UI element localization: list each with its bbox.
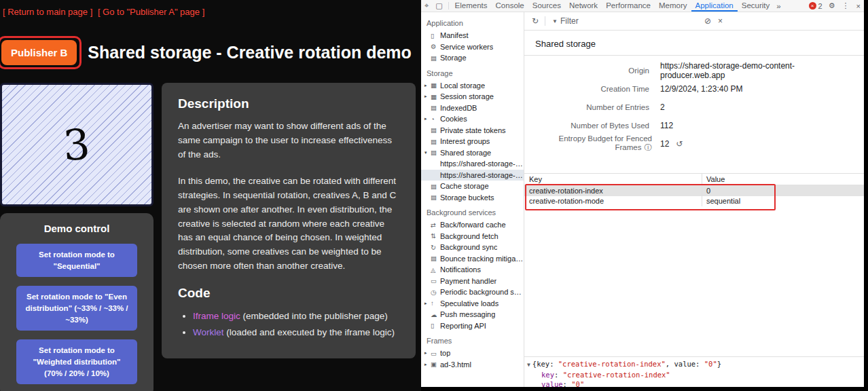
preview-text: value	[674, 360, 695, 368]
devtools-tab[interactable]: Sources	[528, 0, 565, 12]
sidebar-item[interactable]: ▤ Storage buckets	[421, 192, 524, 204]
preview-string: "creative-rotation-index"	[558, 360, 666, 368]
sidebar-item[interactable]: ▤ Interest groups	[421, 136, 524, 147]
iframe-logic-link[interactable]: Iframe logic	[193, 311, 240, 321]
sidebar-item[interactable]: ◷ Periodic background s…	[421, 286, 524, 298]
sidebar-item[interactable]: ▸ ▭ top	[421, 348, 524, 359]
refresh-icon[interactable]: ↻	[528, 16, 542, 26]
publisher-a-page-link[interactable]: [ Go to "Publisher A" page ]	[98, 7, 204, 17]
sidebar-item[interactable]: ▤ Bounce tracking mitiga…	[421, 253, 524, 265]
devtools-tab[interactable]: Performance	[602, 0, 655, 12]
filter-input[interactable]	[559, 16, 701, 26]
devtools-tab[interactable]: Network	[565, 0, 602, 12]
column-header-key[interactable]: Key	[524, 174, 702, 185]
devtools-tab[interactable]: Memory	[655, 0, 691, 12]
close-devtools-icon[interactable]: ×	[853, 2, 864, 10]
sidebar-item[interactable]: ▤ IndexedDB	[421, 103, 524, 114]
devtools-tab[interactable]: Application	[691, 0, 738, 12]
sidebar-item[interactable]: ▾ ▤ Shared storage	[421, 147, 524, 159]
metadata-label: Number of Entries	[524, 103, 652, 111]
sidebar-item[interactable]: ▯ Reporting API	[421, 320, 524, 332]
sidebar-item-label: Speculative loads	[440, 299, 499, 308]
list-item-text: (loaded and executed by the iframe logic…	[224, 327, 395, 337]
metadata-value: 2	[660, 103, 672, 112]
sidebar-item[interactable]: ⚙ Service workers	[421, 41, 524, 53]
sidebar-item[interactable]: ◬ Notifications	[421, 264, 524, 276]
periodic-background-sync-icon: ◷	[431, 288, 440, 296]
sidebar-item[interactable]: https://shared-storage-d…	[421, 158, 524, 170]
publisher-b-button[interactable]: Publisher B	[1, 40, 77, 65]
code-heading: Code	[178, 286, 399, 301]
database-icon: ▤	[431, 138, 440, 145]
table-icon: ▦	[431, 93, 440, 100]
inspect-element-icon[interactable]: ⌖	[421, 1, 432, 10]
sidebar-item-label: https://shared-storage-d…	[440, 171, 524, 179]
sidebar-item-label: Payment handler	[440, 277, 496, 285]
sidebar-item[interactable]: ▸ ▦ Local storage	[421, 80, 524, 92]
devtools-tab[interactable]: Elements	[451, 0, 492, 12]
expand-caret-icon[interactable]: ▼	[527, 362, 530, 368]
devtools-tab[interactable]: Security	[738, 0, 774, 12]
sidebar-item[interactable]: ⇅ Background fetch	[421, 231, 524, 242]
table-cell-value: 0	[702, 185, 864, 196]
device-toolbar-icon[interactable]: ▢	[432, 1, 446, 10]
application-sidebar: Application ▯ Manifest ⚙ Service wo	[421, 12, 524, 387]
sidebar-item[interactable]: ▭ Payment handler	[421, 276, 524, 287]
service-worker-icon: ⚙	[431, 43, 440, 50]
list-item-text: (embedded into the publisher page)	[240, 311, 388, 321]
rotation-mode-button[interactable]: Set rotation mode to "Weighted distribut…	[16, 339, 137, 384]
sidebar-item[interactable]: ▤ Storage	[421, 52, 524, 64]
storage-icon: ▤	[431, 54, 440, 62]
worklet-link[interactable]: Worklet	[193, 327, 224, 337]
table-row[interactable]: creative-rotation-index 0	[524, 185, 864, 196]
sidebar-item[interactable]: ▸ ▦ Session storage	[421, 91, 524, 103]
delete-selected-icon[interactable]: ×	[715, 16, 726, 26]
error-count-badge[interactable]: × 2	[806, 2, 825, 10]
settings-gear-icon[interactable]: ⚙	[825, 1, 839, 10]
sidebar-section-header: Background services	[421, 203, 524, 219]
rotation-mode-button[interactable]: Set rotation mode to "Sequential"	[16, 244, 137, 277]
sidebar-item[interactable]: ▸ ▣ ad-3.html	[421, 359, 524, 371]
table-header-row[interactable]: Key Value	[524, 173, 864, 185]
clear-all-icon[interactable]: ⊘	[701, 16, 715, 26]
sidebar-item-label: Storage buckets	[440, 193, 494, 202]
rotation-mode-button[interactable]: Set rotation mode to "Even distribution"…	[16, 286, 137, 331]
preview-text: :	[554, 371, 563, 379]
kebab-menu-icon[interactable]: ⋮	[839, 1, 853, 10]
sidebar-item[interactable]: https://shared-storage-d…	[421, 170, 524, 181]
sidebar-item[interactable]: ▸ ↑ Speculative loads	[421, 298, 524, 310]
preview-text: }	[717, 360, 721, 368]
sidebar-item-label: Reporting API	[440, 322, 486, 330]
sidebar-item[interactable]: ☁ Push messaging	[421, 309, 524, 320]
metadata-row: Number of Bytes Used 112	[524, 116, 864, 134]
sidebar-item-label: Cookies	[440, 115, 467, 123]
column-header-value[interactable]: Value	[702, 174, 864, 185]
sidebar-item-label: Periodic background s…	[440, 288, 522, 296]
table-row[interactable]: creative-rotation-mode sequential	[524, 196, 864, 207]
sidebar-item-label: Storage	[440, 54, 467, 62]
sidebar-section-header: Storage	[421, 64, 524, 80]
return-main-page-link[interactable]: [ Return to main page ]	[3, 7, 92, 17]
more-tabs-icon[interactable]: »	[774, 2, 783, 10]
devtools-tab[interactable]: Console	[492, 0, 528, 12]
sidebar-item-label: top	[440, 349, 450, 357]
list-item: Worklet (loaded and executed by the ifra…	[193, 325, 399, 340]
sidebar-item[interactable]: ⇄ Back/forward cache	[421, 219, 524, 231]
metadata-value: 12/9/2024, 1:23:40 PM	[660, 84, 749, 94]
preview-prop-name: value	[541, 380, 563, 387]
metadata-value: 12↺	[660, 139, 683, 149]
metadata-value: 112	[660, 121, 680, 130]
description-heading: Description	[178, 96, 399, 111]
sidebar-item[interactable]: ▸ ◔ Cookies	[421, 113, 524, 125]
sidebar-item[interactable]: ▯ Manifest	[421, 30, 524, 41]
demo-control-title: Demo control	[0, 223, 153, 234]
sidebar-item[interactable]: ↻ Background sync	[421, 242, 524, 253]
disclosure-arrow-icon: ▸	[424, 301, 431, 306]
reset-budget-icon[interactable]: ↺	[676, 139, 683, 149]
back-forward-cache-icon: ⇄	[431, 221, 440, 229]
info-icon[interactable]: ⓘ	[645, 143, 653, 151]
rotation-mode-buttons: Set rotation mode to "Sequential" Set ro…	[0, 244, 153, 384]
storage-metadata: Origin https://shared-storage-demo-conte…	[524, 56, 864, 153]
sidebar-item[interactable]: ▤ Private state tokens	[421, 125, 524, 136]
sidebar-item[interactable]: ▤ Cache storage	[421, 181, 524, 192]
